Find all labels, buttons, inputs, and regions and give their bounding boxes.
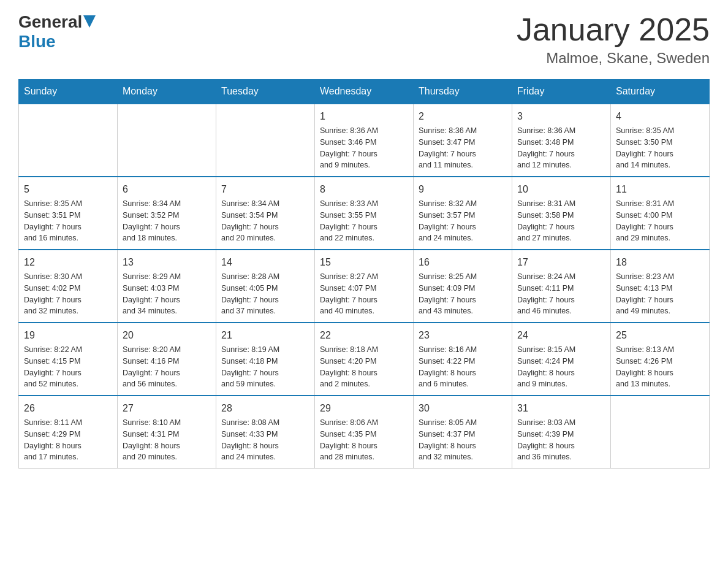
day-number: 16 xyxy=(419,255,507,270)
day-number: 29 xyxy=(320,401,408,416)
calendar-cell: 19Sunrise: 8:22 AMSunset: 4:15 PMDayligh… xyxy=(19,323,118,396)
calendar-cell: 15Sunrise: 8:27 AMSunset: 4:07 PMDayligh… xyxy=(315,250,414,323)
calendar-title: January 2025 xyxy=(517,12,710,47)
calendar-cell: 11Sunrise: 8:31 AMSunset: 4:00 PMDayligh… xyxy=(611,177,710,250)
calendar-cell: 1Sunrise: 8:36 AMSunset: 3:46 PMDaylight… xyxy=(315,104,414,177)
col-header-thursday: Thursday xyxy=(414,80,512,104)
day-info: Sunrise: 8:11 AMSunset: 4:29 PMDaylight:… xyxy=(24,417,112,463)
day-number: 18 xyxy=(616,255,704,270)
day-info: Sunrise: 8:31 AMSunset: 4:00 PMDaylight:… xyxy=(616,198,704,244)
day-info: Sunrise: 8:34 AMSunset: 3:52 PMDaylight:… xyxy=(123,198,211,244)
day-info: Sunrise: 8:19 AMSunset: 4:18 PMDaylight:… xyxy=(221,344,309,390)
day-number: 12 xyxy=(24,255,112,270)
day-number: 21 xyxy=(221,328,309,343)
svg-marker-0 xyxy=(83,15,96,28)
day-number: 22 xyxy=(320,328,408,343)
col-header-wednesday: Wednesday xyxy=(315,80,414,104)
day-info: Sunrise: 8:22 AMSunset: 4:15 PMDaylight:… xyxy=(24,344,112,390)
calendar-cell: 18Sunrise: 8:23 AMSunset: 4:13 PMDayligh… xyxy=(611,250,710,323)
day-number: 30 xyxy=(419,401,507,416)
calendar-cell: 22Sunrise: 8:18 AMSunset: 4:20 PMDayligh… xyxy=(315,323,414,396)
week-row-3: 12Sunrise: 8:30 AMSunset: 4:02 PMDayligh… xyxy=(19,250,710,323)
day-info: Sunrise: 8:16 AMSunset: 4:22 PMDaylight:… xyxy=(419,344,507,390)
day-number: 1 xyxy=(320,109,408,124)
day-info: Sunrise: 8:03 AMSunset: 4:39 PMDaylight:… xyxy=(517,417,605,463)
calendar-cell: 26Sunrise: 8:11 AMSunset: 4:29 PMDayligh… xyxy=(19,396,118,469)
day-number: 17 xyxy=(517,255,605,270)
col-header-tuesday: Tuesday xyxy=(216,80,315,104)
day-info: Sunrise: 8:23 AMSunset: 4:13 PMDaylight:… xyxy=(616,271,704,317)
day-info: Sunrise: 8:36 AMSunset: 3:47 PMDaylight:… xyxy=(419,125,507,171)
day-number: 14 xyxy=(221,255,309,270)
day-info: Sunrise: 8:36 AMSunset: 3:46 PMDaylight:… xyxy=(320,125,408,171)
day-info: Sunrise: 8:30 AMSunset: 4:02 PMDaylight:… xyxy=(24,271,112,317)
day-info: Sunrise: 8:35 AMSunset: 3:50 PMDaylight:… xyxy=(616,125,704,171)
day-number: 15 xyxy=(320,255,408,270)
calendar-cell: 16Sunrise: 8:25 AMSunset: 4:09 PMDayligh… xyxy=(414,250,512,323)
day-info: Sunrise: 8:06 AMSunset: 4:35 PMDaylight:… xyxy=(320,417,408,463)
day-info: Sunrise: 8:31 AMSunset: 3:58 PMDaylight:… xyxy=(517,198,605,244)
day-info: Sunrise: 8:25 AMSunset: 4:09 PMDaylight:… xyxy=(419,271,507,317)
day-number: 11 xyxy=(616,182,704,197)
calendar-cell: 31Sunrise: 8:03 AMSunset: 4:39 PMDayligh… xyxy=(512,396,611,469)
day-info: Sunrise: 8:34 AMSunset: 3:54 PMDaylight:… xyxy=(221,198,309,244)
calendar-cell: 10Sunrise: 8:31 AMSunset: 3:58 PMDayligh… xyxy=(512,177,611,250)
week-row-5: 26Sunrise: 8:11 AMSunset: 4:29 PMDayligh… xyxy=(19,396,710,469)
calendar-cell xyxy=(216,104,315,177)
calendar-cell: 17Sunrise: 8:24 AMSunset: 4:11 PMDayligh… xyxy=(512,250,611,323)
col-header-sunday: Sunday xyxy=(19,80,118,104)
logo: General Blue xyxy=(18,12,96,52)
day-info: Sunrise: 8:28 AMSunset: 4:05 PMDaylight:… xyxy=(221,271,309,317)
day-info: Sunrise: 8:08 AMSunset: 4:33 PMDaylight:… xyxy=(221,417,309,463)
title-block: January 2025 Malmoe, Skane, Sweden xyxy=(517,12,710,67)
calendar-cell: 28Sunrise: 8:08 AMSunset: 4:33 PMDayligh… xyxy=(216,396,315,469)
day-info: Sunrise: 8:20 AMSunset: 4:16 PMDaylight:… xyxy=(123,344,211,390)
day-number: 26 xyxy=(24,401,112,416)
calendar-cell xyxy=(611,396,710,469)
day-info: Sunrise: 8:33 AMSunset: 3:55 PMDaylight:… xyxy=(320,198,408,244)
day-number: 5 xyxy=(24,182,112,197)
day-number: 13 xyxy=(123,255,211,270)
logo-blue-text: Blue xyxy=(18,32,56,51)
col-header-saturday: Saturday xyxy=(611,80,710,104)
calendar-cell xyxy=(19,104,118,177)
day-number: 8 xyxy=(320,182,408,197)
calendar-cell: 30Sunrise: 8:05 AMSunset: 4:37 PMDayligh… xyxy=(414,396,512,469)
day-number: 2 xyxy=(419,109,507,124)
day-info: Sunrise: 8:27 AMSunset: 4:07 PMDaylight:… xyxy=(320,271,408,317)
day-info: Sunrise: 8:29 AMSunset: 4:03 PMDaylight:… xyxy=(123,271,211,317)
day-number: 4 xyxy=(616,109,704,124)
calendar-cell: 20Sunrise: 8:20 AMSunset: 4:16 PMDayligh… xyxy=(118,323,216,396)
calendar-subtitle: Malmoe, Skane, Sweden xyxy=(517,50,710,67)
calendar-cell: 7Sunrise: 8:34 AMSunset: 3:54 PMDaylight… xyxy=(216,177,315,250)
day-info: Sunrise: 8:24 AMSunset: 4:11 PMDaylight:… xyxy=(517,271,605,317)
day-info: Sunrise: 8:35 AMSunset: 3:51 PMDaylight:… xyxy=(24,198,112,244)
week-row-4: 19Sunrise: 8:22 AMSunset: 4:15 PMDayligh… xyxy=(19,323,710,396)
calendar-cell: 21Sunrise: 8:19 AMSunset: 4:18 PMDayligh… xyxy=(216,323,315,396)
day-number: 6 xyxy=(123,182,211,197)
day-number: 25 xyxy=(616,328,704,343)
calendar-cell: 9Sunrise: 8:32 AMSunset: 3:57 PMDaylight… xyxy=(414,177,512,250)
day-number: 7 xyxy=(221,182,309,197)
logo-general-text: General xyxy=(18,12,82,32)
day-number: 3 xyxy=(517,109,605,124)
calendar-cell: 13Sunrise: 8:29 AMSunset: 4:03 PMDayligh… xyxy=(118,250,216,323)
day-info: Sunrise: 8:13 AMSunset: 4:26 PMDaylight:… xyxy=(616,344,704,390)
page-header: General Blue January 2025 Malmoe, Skane,… xyxy=(18,12,710,67)
day-info: Sunrise: 8:15 AMSunset: 4:24 PMDaylight:… xyxy=(517,344,605,390)
day-number: 9 xyxy=(419,182,507,197)
day-info: Sunrise: 8:10 AMSunset: 4:31 PMDaylight:… xyxy=(123,417,211,463)
calendar-cell: 2Sunrise: 8:36 AMSunset: 3:47 PMDaylight… xyxy=(414,104,512,177)
calendar-cell: 12Sunrise: 8:30 AMSunset: 4:02 PMDayligh… xyxy=(19,250,118,323)
calendar-cell: 3Sunrise: 8:36 AMSunset: 3:48 PMDaylight… xyxy=(512,104,611,177)
day-info: Sunrise: 8:18 AMSunset: 4:20 PMDaylight:… xyxy=(320,344,408,390)
calendar-cell: 27Sunrise: 8:10 AMSunset: 4:31 PMDayligh… xyxy=(118,396,216,469)
day-number: 31 xyxy=(517,401,605,416)
calendar-cell: 8Sunrise: 8:33 AMSunset: 3:55 PMDaylight… xyxy=(315,177,414,250)
col-header-friday: Friday xyxy=(512,80,611,104)
week-row-1: 1Sunrise: 8:36 AMSunset: 3:46 PMDaylight… xyxy=(19,104,710,177)
day-number: 23 xyxy=(419,328,507,343)
calendar-cell: 4Sunrise: 8:35 AMSunset: 3:50 PMDaylight… xyxy=(611,104,710,177)
calendar-cell: 5Sunrise: 8:35 AMSunset: 3:51 PMDaylight… xyxy=(19,177,118,250)
calendar-cell: 23Sunrise: 8:16 AMSunset: 4:22 PMDayligh… xyxy=(414,323,512,396)
